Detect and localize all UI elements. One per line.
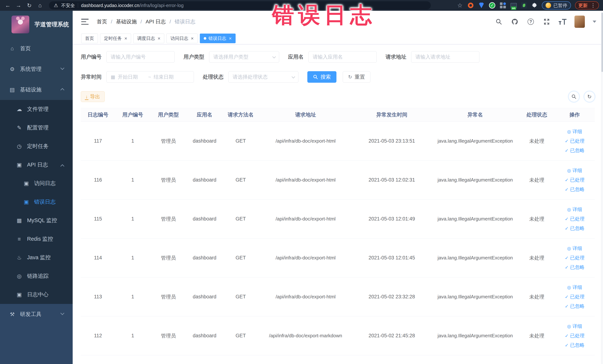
export-button[interactable]: ↓ 导出 <box>81 91 105 102</box>
user-type-select[interactable] <box>209 51 279 63</box>
action-已处理[interactable]: ✓已处理 <box>565 216 584 222</box>
start-date-input[interactable] <box>118 74 146 80</box>
filter-row-1: 用户编号 用户类型 应用名 请求 <box>81 51 595 63</box>
extension-icon-shield[interactable] <box>478 2 485 9</box>
sidebar-item-redis-monitor[interactable]: ≡Redis 监控 <box>0 230 73 248</box>
action-已忽略[interactable]: ✓已忽略 <box>565 264 584 270</box>
tab-access-log[interactable]: 访问日志× <box>166 34 197 43</box>
menu-log-icon: ▣ <box>16 162 23 168</box>
action-详细[interactable]: ◎详细 <box>567 323 582 329</box>
browser-forward-icon[interactable]: → <box>14 1 23 10</box>
cell-id: 112 <box>81 333 115 339</box>
extension-icon-orange[interactable] <box>467 2 474 9</box>
sidebar-logo-row[interactable]: 芋道管理系统 <box>0 11 73 38</box>
extensions-puzzle-icon[interactable] <box>531 2 538 9</box>
filter-exception-time-label: 异常时间 <box>81 73 102 81</box>
action-详细[interactable]: ◎详细 <box>567 245 582 252</box>
font-size-icon[interactable] <box>558 18 567 26</box>
sidebar-item-config-mgmt[interactable]: ✎配置管理 <box>0 118 73 137</box>
browser-menu-icon[interactable]: ⋮ <box>591 2 596 8</box>
sidebar-item-system-mgmt[interactable]: ⚙系统管理 <box>0 59 73 79</box>
action-已忽略[interactable]: ✓已忽略 <box>565 303 584 309</box>
table-toolbar: ↓ 导出 ↻ <box>81 91 595 102</box>
sidebar-item-label: 系统管理 <box>20 65 42 73</box>
update-button[interactable]: 更新 ⋮ <box>575 1 599 10</box>
action-已处理[interactable]: ✓已处理 <box>565 255 584 261</box>
cell-time: 2021-05-03 12:01:45 <box>352 255 431 261</box>
bookmark-star-icon[interactable]: ☆ <box>457 2 463 9</box>
paused-badge[interactable]: 已暂停 <box>542 1 571 10</box>
sidebar-item-log-center[interactable]: ▣日志中心 <box>0 285 73 304</box>
action-已处理[interactable]: ✓已处理 <box>565 138 584 144</box>
chevron-up-icon <box>60 164 64 168</box>
extension-icon-grid[interactable] <box>499 2 506 9</box>
sidebar-item-mysql-monitor[interactable]: ▦MySQL 监控 <box>0 211 73 230</box>
sidebar-item-error-log[interactable]: ▣错误日志 <box>0 193 73 211</box>
action-已处理[interactable]: ✓已处理 <box>565 294 584 300</box>
end-date-input[interactable] <box>154 74 182 80</box>
app-name-input[interactable] <box>313 54 372 60</box>
sidebar-item-infra[interactable]: ▤基础设施 <box>0 79 73 100</box>
reset-button[interactable]: ↻ 重置 <box>343 71 370 83</box>
request-url-input[interactable] <box>415 54 475 60</box>
sidebar-collapse-icon[interactable] <box>81 19 89 25</box>
tab-cron-job[interactable]: 定时任务× <box>100 34 131 43</box>
sidebar-item-api-log[interactable]: ▣API 日志 <box>0 156 73 174</box>
action-详细[interactable]: ◎详细 <box>567 167 582 174</box>
search-toggle-button[interactable] <box>568 91 579 102</box>
sidebar-item-access-log[interactable]: ▣访问日志 <box>0 174 73 193</box>
search-icon[interactable] <box>495 18 503 26</box>
tab-schedule-log[interactable]: 调度日志× <box>133 34 164 43</box>
browser-reload-icon[interactable]: ↻ <box>24 1 34 10</box>
extension-icon-green-check[interactable]: ✓ <box>489 2 496 9</box>
extension-icon-switch[interactable]: on <box>510 2 517 9</box>
url-host: dashboard.yudao.iocoder.cn <box>81 3 139 8</box>
sidebar-item-file-mgmt[interactable]: ☁文件管理 <box>0 100 73 118</box>
user-id-input[interactable] <box>111 54 170 60</box>
breadcrumb-item[interactable]: 首页 <box>97 18 107 25</box>
browser-back-icon[interactable]: ← <box>3 1 13 10</box>
action-已忽略[interactable]: ✓已忽略 <box>565 147 584 154</box>
date-range-picker[interactable]: ▦ ~ <box>106 71 194 83</box>
breadcrumb-item[interactable]: 基础设施 <box>116 18 137 25</box>
window-scrollbar[interactable] <box>601 11 603 364</box>
sidebar-item-java-monitor[interactable]: ♨Java 监控 <box>0 248 73 267</box>
action-详细[interactable]: ◎详细 <box>567 128 582 135</box>
sidebar-item-trace[interactable]: ◎链路追踪 <box>0 267 73 285</box>
sidebar-item-home[interactable]: ⌂首页 <box>0 38 73 59</box>
close-icon[interactable]: × <box>158 35 160 41</box>
process-status-select[interactable] <box>228 71 299 83</box>
fullscreen-icon[interactable] <box>543 18 551 26</box>
sidebar-item-cron-job[interactable]: ◷定时任务 <box>0 137 73 156</box>
action-详细[interactable]: ◎详细 <box>567 284 582 291</box>
cell-actions: ◎详细✓已处理✓已忽略 <box>555 206 595 232</box>
scrollbar-thumb[interactable] <box>602 13 603 72</box>
browser-home-icon[interactable]: ⌂ <box>35 1 45 10</box>
github-icon[interactable] <box>511 18 519 26</box>
process-status-select-input[interactable] <box>233 74 292 80</box>
menu-tools-icon: ⚒ <box>9 311 16 317</box>
sidebar-item-dev-tools[interactable]: ⚒研发工具 <box>0 304 73 325</box>
search-button[interactable]: 搜索 <box>307 71 336 83</box>
user-menu-caret-icon[interactable] <box>593 21 596 23</box>
close-icon[interactable]: × <box>124 35 127 41</box>
breadcrumb-item[interactable]: API 日志 <box>146 18 166 25</box>
refresh-button[interactable]: ↻ <box>584 91 595 102</box>
action-已忽略[interactable]: ✓已忽略 <box>565 186 584 193</box>
action-已忽略[interactable]: ✓已忽略 <box>565 225 584 232</box>
tab-error-log[interactable]: 错误日志× <box>200 34 236 43</box>
action-已忽略[interactable]: ✓已忽略 <box>565 342 584 348</box>
table-row: 1121管理员dashboardGET/api/infra/db-doc/exp… <box>81 316 595 355</box>
user-type-select-input[interactable] <box>213 54 272 60</box>
user-avatar[interactable] <box>574 16 585 28</box>
action-已处理[interactable]: ✓已处理 <box>565 177 584 183</box>
close-icon[interactable]: × <box>229 35 232 41</box>
close-icon[interactable]: × <box>191 35 194 41</box>
address-bar[interactable]: ⚠ 不安全 dashboard.yudao.iocoder.cn/infra/l… <box>49 1 431 10</box>
extension-icon-plant[interactable] <box>521 2 527 8</box>
help-icon[interactable]: ? <box>527 18 535 26</box>
tab-home[interactable]: 首页 <box>81 34 98 43</box>
action-详细[interactable]: ◎详细 <box>567 206 582 213</box>
action-已处理[interactable]: ✓已处理 <box>565 332 584 339</box>
sidebar-item-label: 研发工具 <box>20 311 42 318</box>
